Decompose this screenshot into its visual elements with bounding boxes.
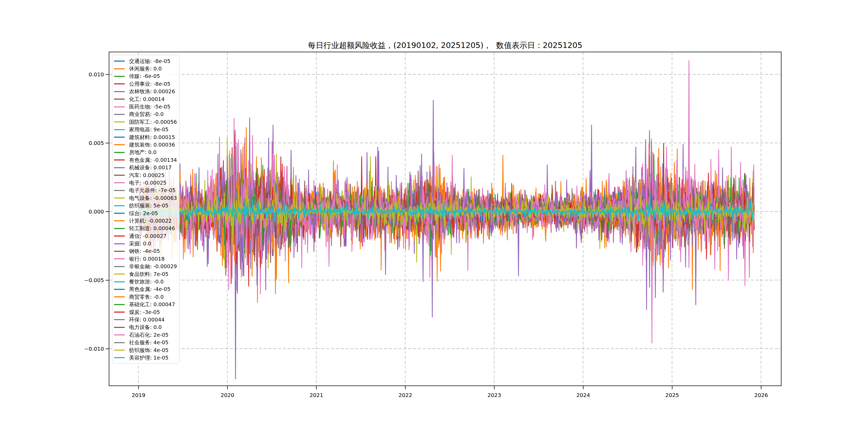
legend-item: 非银金融: -0.00029	[114, 263, 179, 270]
legend-label: 银行: 0.00018	[129, 255, 164, 262]
legend-item: 环保: 0.00044	[114, 316, 179, 323]
legend-item: 休闲服务: 0.0	[114, 65, 179, 72]
legend-item: 机械设备: 0.0017	[114, 164, 179, 171]
legend-label: 电子元器件: -7e-05	[129, 187, 176, 194]
legend-line-swatch	[114, 68, 125, 69]
y-tick-mark	[105, 348, 109, 349]
x-tick-mark	[494, 386, 495, 389]
legend-item: 建筑装饰: 0.00036	[114, 141, 179, 148]
legend-item: 公用事业: -8e-05	[114, 80, 179, 88]
legend-label: 房地产: 0.0	[129, 149, 156, 156]
legend-label: 传媒: -6e-05	[129, 72, 160, 80]
legend-line-swatch	[114, 190, 125, 191]
legend-line-swatch	[114, 266, 125, 267]
legend-line-swatch	[114, 258, 125, 259]
legend-item: 钢铁: -4e-05	[114, 248, 179, 255]
legend-item: 社会服务: 4e-05	[114, 339, 179, 346]
legend-label: 黑色金属: -4e-05	[129, 286, 170, 293]
legend-item: 通信: -0.00027	[114, 232, 179, 240]
legend-item: 商贸零售: -0.0	[114, 293, 179, 301]
legend-label: 食品饮料: 7e-05	[129, 271, 168, 278]
legend-line-swatch	[114, 197, 125, 198]
legend-item: 房地产: 0.0	[114, 149, 179, 156]
legend-line-swatch	[114, 114, 125, 115]
legend-line-swatch	[114, 296, 125, 298]
legend-item: 煤炭: -3e-05	[114, 308, 179, 316]
y-tick-label: 0.005	[66, 139, 104, 147]
legend-line-swatch	[114, 99, 125, 100]
legend-label: 环保: 0.00044	[129, 316, 164, 323]
legend-item: 商业贸易: -0.0	[114, 111, 179, 118]
plot-area: 交通运输: -8e-05休闲服务: 0.0传媒: -6e-05公用事业: -8e…	[109, 52, 781, 386]
legend-line-swatch	[114, 236, 125, 237]
legend-line-swatch	[114, 342, 125, 343]
y-tick-label: −0.010	[66, 345, 104, 353]
legend-label: 纺织服装: 5e-05	[129, 202, 168, 209]
legend-label: 电力设备: 0.0	[129, 323, 162, 331]
legend-item: 有色金属: -0.00134	[114, 156, 179, 164]
legend-item: 电气设备: -0.00063	[114, 194, 179, 202]
y-tick-mark	[105, 143, 109, 144]
figure: 每日行业超额风险收益，(20190102, 20251205)， 数值表示日：2…	[0, 0, 868, 434]
legend-label: 基础化工: 0.00047	[129, 301, 175, 308]
legend-item: 计算机: -0.00022	[114, 217, 179, 224]
legend-item: 黑色金属: -4e-05	[114, 286, 179, 293]
legend-line-swatch	[114, 61, 125, 62]
legend-label: 机械设备: 0.0017	[129, 164, 172, 171]
legend-label: 煤炭: -3e-05	[129, 309, 160, 316]
legend-item: 电子元器件: -7e-05	[114, 187, 179, 194]
legend-label: 有色金属: -0.00134	[129, 156, 177, 164]
legend-line-swatch	[114, 304, 125, 305]
legend-item: 农林牧渔: 0.00026	[114, 88, 179, 95]
x-tick-mark	[138, 386, 139, 389]
legend-label: 国防军工: -0.00056	[129, 118, 177, 126]
legend-line-swatch	[114, 106, 125, 107]
legend-item: 石油石化: 2e-05	[114, 331, 179, 339]
legend-item: 交通运输: -8e-05	[114, 57, 179, 65]
legend-line-swatch	[114, 182, 125, 183]
legend-line-swatch	[114, 228, 125, 229]
x-tick-label: 2023	[478, 391, 510, 399]
legend-item: 餐饮旅游: -0.0	[114, 278, 179, 285]
x-tick-label: 2021	[300, 391, 333, 399]
x-tick-mark	[583, 386, 584, 389]
x-tick-mark	[672, 386, 673, 389]
x-tick-mark	[316, 386, 317, 389]
legend-line-swatch	[114, 159, 125, 160]
legend-item: 建筑材料: 0.00015	[114, 133, 179, 141]
legend-line-swatch	[114, 144, 125, 145]
legend-item: 采掘: 0.0	[114, 240, 179, 247]
legend-item: 汽车: 0.00025	[114, 172, 179, 179]
legend-label: 轻工制造: 0.00046	[129, 225, 175, 232]
y-tick-mark	[105, 74, 109, 75]
legend-label: 计算机: -0.00022	[129, 217, 172, 224]
legend-line-swatch	[114, 274, 125, 275]
legend-item: 美容护理: 1e-05	[114, 354, 179, 362]
legend-line-swatch	[114, 83, 125, 84]
legend-label: 家用电器: 9e-05	[129, 126, 168, 133]
legend-label: 综合: 2e-05	[129, 210, 158, 217]
legend-line-swatch	[114, 312, 125, 313]
plot-lines-canvas	[109, 52, 781, 385]
legend-label: 社会服务: 4e-05	[129, 339, 168, 346]
legend-label: 美容护理: 1e-05	[129, 354, 168, 362]
legend-item: 纺织服饰: 4e-05	[114, 346, 179, 354]
y-tick-mark	[105, 211, 109, 212]
legend-item: 医药生物: -5e-05	[114, 103, 179, 111]
x-tick-mark	[227, 386, 228, 389]
legend-item: 电力设备: 0.0	[114, 323, 179, 331]
legend-line-swatch	[114, 319, 125, 320]
legend-label: 电气设备: -0.00063	[129, 194, 177, 202]
legend-item: 纺织服装: 5e-05	[114, 202, 179, 209]
legend-label: 汽车: 0.00025	[129, 172, 164, 179]
x-tick-label: 2022	[389, 391, 422, 399]
legend-line-swatch	[114, 76, 125, 77]
legend-label: 建筑材料: 0.00015	[129, 134, 175, 141]
legend-label: 石油石化: 2e-05	[129, 331, 168, 339]
legend-label: 餐饮旅游: -0.0	[129, 278, 164, 285]
legend-line-swatch	[114, 327, 125, 328]
legend-label: 医药生物: -5e-05	[129, 103, 170, 111]
legend-line-swatch	[114, 152, 125, 153]
y-tick-mark	[105, 280, 109, 281]
legend-label: 休闲服务: 0.0	[129, 65, 162, 72]
